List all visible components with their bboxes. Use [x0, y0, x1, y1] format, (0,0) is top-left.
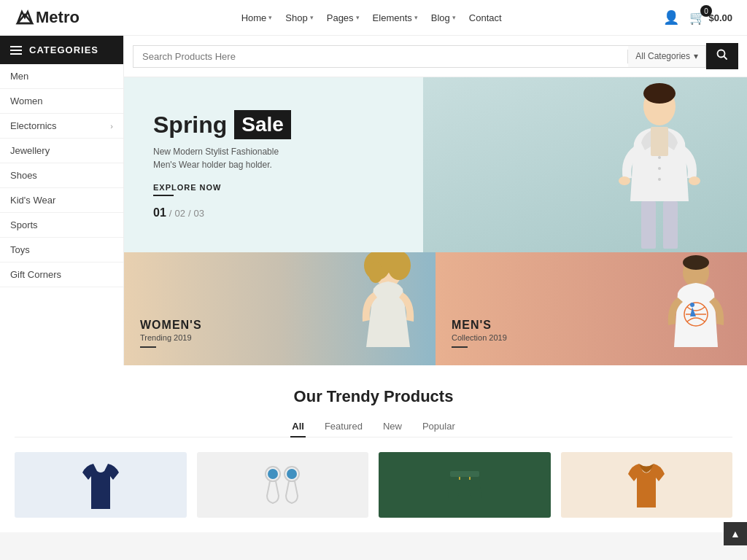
svg-rect-29: [450, 471, 479, 477]
hamburger-icon[interactable]: [10, 46, 22, 55]
sidebar-item-jewellery[interactable]: Jewellery: [0, 139, 123, 163]
hero-slide-3: 03: [194, 208, 204, 219]
sidebar-header: CATEGORIES: [0, 36, 123, 64]
product-image-1: [15, 452, 187, 518]
tab-new[interactable]: New: [382, 416, 403, 438]
hero-spring: Spring: [153, 112, 227, 139]
sidebar-item-men[interactable]: Men: [0, 64, 123, 89]
banner-women[interactable]: WOMEN'S Trending 2019: [124, 252, 436, 365]
hero-explore-line: [153, 195, 174, 196]
svg-point-26: [287, 469, 297, 479]
svg-point-18: [368, 262, 383, 283]
products-grid: [15, 452, 732, 518]
banner-men-label: MEN'S: [452, 319, 507, 332]
category-label: All Categories: [635, 51, 690, 61]
hero-sale-badge: Sale: [234, 110, 291, 139]
hero-title: Spring Sale: [153, 110, 299, 139]
sidebar-item-gift[interactable]: Gift Corners: [0, 262, 123, 287]
product-card-4[interactable]: [561, 452, 733, 518]
banner-men-text: MEN'S Collection 2019: [452, 319, 507, 348]
product-image-3: [379, 452, 551, 518]
sidebar-item-shoes[interactable]: Shoes: [0, 163, 123, 188]
products-title: Our Trendy Products: [15, 387, 732, 406]
search-input-group: All Categories ▾: [133, 45, 706, 68]
product-image-2: [197, 452, 369, 518]
svg-point-7: [619, 176, 630, 185]
logo[interactable]: Metro: [15, 7, 80, 28]
cart-button[interactable]: 🛒 0 $0.00: [689, 9, 732, 26]
main-wrapper: CATEGORIES Men Women Electornics› Jewell…: [0, 36, 747, 532]
sidebar-menu: Men Women Electornics› Jewellery Shoes K…: [0, 64, 123, 287]
cart-total: $0.00: [708, 12, 732, 23]
product-card-3[interactable]: [379, 452, 551, 518]
right-content: All Categories ▾ S: [124, 36, 747, 365]
sidebar-item-toys[interactable]: Toys: [0, 238, 123, 262]
svg-point-20: [683, 255, 709, 270]
nav-blog[interactable]: Blog▾: [431, 12, 456, 23]
product-image-4: [561, 452, 733, 518]
banner-women-label: WOMEN'S: [140, 319, 202, 332]
arrow-icon: ›: [110, 122, 113, 131]
svg-point-5: [643, 83, 676, 104]
svg-line-3: [724, 56, 727, 59]
logo-icon: [15, 7, 35, 28]
svg-point-11: [658, 156, 661, 159]
tab-featured[interactable]: Featured: [323, 416, 364, 438]
hero-subtitle: New Modern Stylist Fashionable Men's Wea…: [153, 145, 299, 171]
sidebar-item-electronics[interactable]: Electornics›: [0, 114, 123, 139]
cart-count-badge: 0: [700, 5, 712, 17]
hero-slide-sep2: /: [188, 208, 191, 219]
sidebar: CATEGORIES Men Women Electornics› Jewell…: [0, 36, 124, 365]
nav-home[interactable]: Home▾: [241, 12, 273, 23]
nav-shop[interactable]: Shop▾: [285, 12, 313, 23]
categories-label: CATEGORIES: [29, 44, 98, 55]
sidebar-item-women[interactable]: Women: [0, 89, 123, 114]
header-icons: 👤 🛒 0 $0.00: [663, 9, 732, 26]
hero-pagination: 01 / 02 / 03: [153, 206, 299, 219]
svg-point-8: [689, 176, 700, 185]
svg-point-13: [658, 178, 661, 181]
products-tabs: All Featured New Popular: [15, 416, 732, 438]
hero-image: [423, 77, 747, 252]
nav-pages[interactable]: Pages▾: [327, 12, 360, 23]
category-dropdown-button[interactable]: All Categories ▾: [628, 46, 705, 67]
svg-rect-6: [651, 127, 668, 156]
banner-men-line: [452, 346, 468, 348]
product-card-2[interactable]: [197, 452, 369, 518]
svg-point-22: [690, 303, 694, 307]
search-submit-button[interactable]: [706, 43, 738, 69]
user-icon[interactable]: 👤: [663, 9, 679, 26]
nav-elements[interactable]: Elements▾: [373, 12, 418, 23]
search-bar: All Categories ▾: [124, 36, 747, 77]
banner-women-line: [140, 346, 156, 348]
product-card-1[interactable]: [15, 452, 187, 518]
banner-women-text: WOMEN'S Trending 2019: [140, 319, 202, 348]
hero-slide-current: 01: [153, 206, 166, 219]
hero-text: Spring Sale New Modern Stylist Fashionab…: [124, 88, 328, 241]
products-section: Our Trendy Products All Featured New Pop…: [0, 365, 747, 532]
svg-rect-10: [663, 201, 678, 249]
hero-explore-link[interactable]: EXPLORE NOW: [153, 183, 299, 192]
logo-text: Metro: [36, 8, 80, 27]
banner-women-sublabel: Trending 2019: [140, 333, 202, 342]
nav-contact[interactable]: Contact: [469, 12, 502, 23]
header: Metro Home▾ Shop▾ Pages▾ Elements▾ Blog▾…: [0, 0, 747, 36]
tab-popular[interactable]: Popular: [421, 416, 457, 438]
dropdown-chevron-icon: ▾: [694, 51, 698, 61]
tab-all[interactable]: All: [290, 416, 306, 438]
search-input[interactable]: [133, 46, 627, 67]
sidebar-item-kidswear[interactable]: Kid's Wear: [0, 188, 123, 213]
sidebar-item-sports[interactable]: Sports: [0, 213, 123, 238]
hero-slide-2: 02: [174, 208, 185, 219]
content-area: CATEGORIES Men Women Electornics› Jewell…: [0, 36, 747, 365]
search-icon: [716, 49, 728, 63]
svg-rect-9: [641, 201, 656, 249]
main-nav: Home▾ Shop▾ Pages▾ Elements▾ Blog▾ Conta…: [241, 12, 502, 23]
banner-men-sublabel: Collection 2019: [452, 333, 507, 342]
scroll-top-icon: ▲: [730, 528, 740, 532]
scroll-to-top-button[interactable]: ▲: [724, 522, 747, 532]
hero-banner: Spring Sale New Modern Stylist Fashionab…: [124, 77, 747, 252]
banner-men[interactable]: MEN'S Collection 2019: [436, 252, 747, 365]
svg-point-12: [658, 167, 661, 170]
hero-slide-sep1: /: [169, 208, 172, 219]
